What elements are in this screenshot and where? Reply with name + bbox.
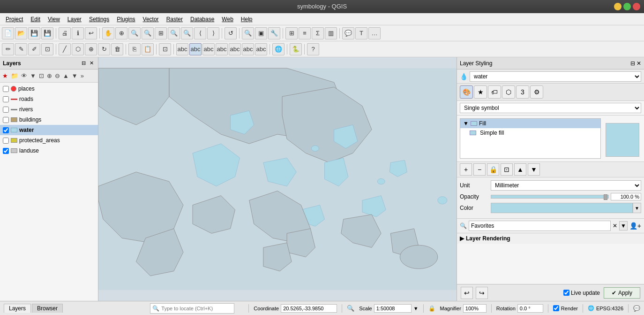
- menu-help[interactable]: Help: [237, 15, 256, 24]
- add-layer-button[interactable]: ★: [1, 71, 9, 80]
- layer-item-protected-areas[interactable]: protected_areas: [0, 135, 98, 146]
- zoom-out-button[interactable]: 🔍: [142, 27, 154, 39]
- draw-point-button[interactable]: ⊕: [85, 43, 97, 55]
- current-edits-button[interactable]: ✏: [2, 43, 14, 55]
- rotation-input[interactable]: [517, 304, 543, 313]
- more-button[interactable]: …: [368, 27, 381, 39]
- opacity-thumb[interactable]: [604, 194, 607, 200]
- styling-float-button[interactable]: ⊟: [630, 60, 635, 67]
- layer-rendering-header[interactable]: ▶ Layer Rendering: [460, 235, 641, 242]
- layer-checkbox-protected-areas[interactable]: [3, 138, 9, 144]
- filter-layers-button[interactable]: ▼: [29, 71, 37, 80]
- zoom-in-button[interactable]: 🔍: [128, 27, 141, 39]
- style-tab-rendering[interactable]: ⚙: [530, 85, 543, 99]
- zoom-to-layer-button[interactable]: 🔍: [181, 27, 193, 39]
- move-layer-down-button[interactable]: ▼: [71, 71, 79, 80]
- menu-plugins[interactable]: Plugins: [113, 15, 139, 24]
- layer-item-water[interactable]: water: [0, 125, 98, 135]
- refresh-button[interactable]: ↺: [225, 27, 237, 39]
- layer-item-places[interactable]: places: [0, 84, 98, 94]
- label-move-button[interactable]: abc: [229, 43, 241, 55]
- sum-button[interactable]: Σ: [312, 27, 324, 39]
- unit-dropdown[interactable]: Millimeter Pixel Point: [491, 180, 641, 191]
- label-pin-button[interactable]: abc: [216, 43, 228, 55]
- move-up-symbol-button[interactable]: ▲: [514, 163, 526, 176]
- styling-close-button[interactable]: ✕: [637, 60, 641, 67]
- stats-button[interactable]: ≡: [299, 27, 311, 39]
- edit-button[interactable]: ✐: [28, 43, 40, 55]
- zoom-to-selection-button[interactable]: 🔍: [168, 27, 180, 39]
- style-tab-symbol[interactable]: ★: [474, 85, 487, 99]
- close-button[interactable]: [633, 3, 640, 10]
- lock-symbol-button[interactable]: 🔒: [487, 163, 499, 176]
- favorites-add-button[interactable]: 👤+: [629, 222, 641, 230]
- pan-button[interactable]: ✋: [102, 27, 114, 39]
- menu-settings[interactable]: Settings: [85, 15, 113, 24]
- draw-line-button[interactable]: ╱: [59, 43, 71, 55]
- style-tab-3d[interactable]: 3: [516, 85, 529, 99]
- maximize-button[interactable]: [623, 3, 631, 10]
- label-rotate-button[interactable]: abc: [242, 43, 254, 55]
- add-group-button[interactable]: 📁: [10, 71, 19, 80]
- menu-project[interactable]: Project: [2, 15, 27, 24]
- layer-item-rivers[interactable]: rivers: [0, 104, 98, 115]
- styling-layer-dropdown[interactable]: water: [470, 71, 641, 82]
- annotation-button[interactable]: T: [355, 27, 367, 39]
- symbol-tree-fill[interactable]: ▼ Fill: [460, 119, 600, 128]
- layers-panel-float-button[interactable]: ⊟: [80, 60, 87, 67]
- filter-by-expr-button[interactable]: ⊡: [38, 71, 45, 80]
- manage-layers-button[interactable]: 👁: [20, 71, 28, 80]
- opacity-value-input[interactable]: [611, 193, 641, 200]
- layer-item-landuse[interactable]: landuse: [0, 146, 98, 156]
- move-layer-up-button[interactable]: ▲: [62, 71, 70, 80]
- tab-layers[interactable]: Layers: [4, 304, 31, 313]
- expand-all-button[interactable]: ⊕: [46, 71, 53, 80]
- menu-edit[interactable]: Edit: [27, 15, 44, 24]
- layers-panel-close-button[interactable]: ✕: [88, 60, 95, 67]
- open-project-button[interactable]: 📂: [15, 27, 27, 39]
- symbol-tree-simple-fill[interactable]: Simple fill: [467, 128, 600, 138]
- layout-button[interactable]: ▥: [325, 27, 337, 39]
- move-down-symbol-button[interactable]: ▼: [528, 163, 540, 176]
- scale-dropdown-button[interactable]: ▼: [413, 306, 419, 311]
- zoom-full-button[interactable]: ⊞: [155, 27, 167, 39]
- collapse-all-button[interactable]: ⊖: [54, 71, 61, 80]
- pan-to-selection-button[interactable]: ⊕: [115, 27, 127, 39]
- locate-input[interactable]: [161, 306, 232, 311]
- favorites-clear-button[interactable]: ✕: [613, 223, 617, 229]
- favorites-menu-button[interactable]: ▼: [619, 221, 628, 230]
- snapping-button[interactable]: ⊡: [159, 43, 171, 55]
- rotate-button[interactable]: ↻: [98, 43, 110, 55]
- globe-button[interactable]: 🌐: [272, 43, 285, 55]
- layer-checkbox-places[interactable]: [3, 86, 9, 92]
- style-tab-mask[interactable]: ⬡: [502, 85, 515, 99]
- menu-raster[interactable]: Raster: [163, 15, 187, 24]
- layer-checkbox-buildings[interactable]: [3, 117, 9, 123]
- undo-button[interactable]: ↩: [85, 27, 97, 39]
- color-swatch[interactable]: [491, 203, 633, 213]
- tab-browser[interactable]: Browser: [32, 304, 63, 313]
- color-dropdown-button[interactable]: ▼: [633, 203, 641, 213]
- duplicate-symbol-button[interactable]: ⊡: [501, 163, 513, 176]
- menu-database[interactable]: Database: [187, 15, 218, 24]
- label-font-button[interactable]: abc: [255, 43, 267, 55]
- apply-button[interactable]: ✔ Apply: [604, 287, 640, 299]
- magnifier-input[interactable]: [463, 304, 487, 313]
- remove-symbol-button[interactable]: −: [473, 163, 486, 176]
- symbol-type-dropdown[interactable]: Single symbol Categorized Graduated: [460, 103, 641, 113]
- draw-polygon-button[interactable]: ⬡: [72, 43, 84, 55]
- layer-item-buildings[interactable]: buildings: [0, 115, 98, 125]
- layer-checkbox-water[interactable]: [3, 127, 9, 133]
- scale-input[interactable]: [374, 304, 412, 313]
- menu-vector[interactable]: Vector: [139, 15, 163, 24]
- label-button[interactable]: abc: [176, 43, 188, 55]
- minimize-button[interactable]: [614, 3, 622, 10]
- style-tab-labels[interactable]: 🏷: [488, 85, 501, 99]
- select-by-expr-button[interactable]: 🔧: [268, 27, 280, 39]
- tips-button[interactable]: 💬: [342, 27, 354, 39]
- map-canvas-area[interactable]: [98, 57, 457, 301]
- new-project-button[interactable]: 📄: [2, 27, 14, 39]
- copy-button[interactable]: ⎘: [128, 43, 141, 55]
- live-update-checkbox[interactable]: [563, 290, 569, 296]
- opacity-slider[interactable]: [491, 195, 609, 199]
